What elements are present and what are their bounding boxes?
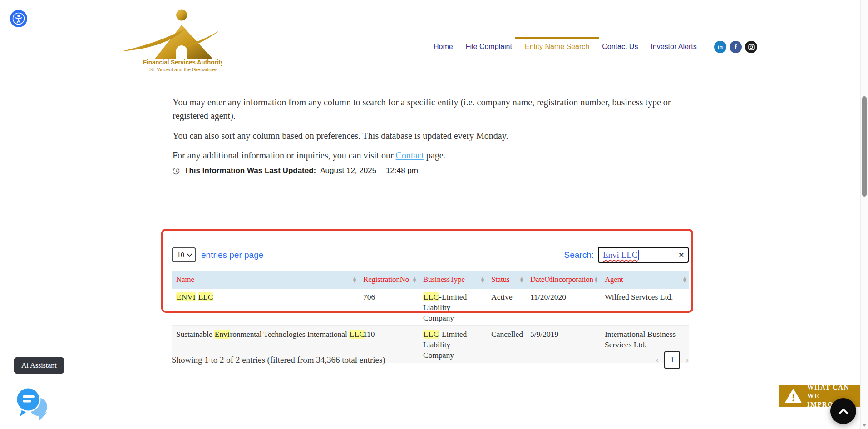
sort-desc-icon: ▼: [595, 280, 597, 283]
search-input[interactable]: Envi LLC ✕: [598, 247, 689, 263]
intro-paragraph-2: You can also sort any column based on pr…: [173, 129, 683, 143]
cell-agent: Wilfred Services Ltd.: [600, 289, 689, 326]
search-highlight: LLC: [423, 330, 439, 339]
column-label: Status: [491, 275, 509, 284]
column-label: DateOfIncorporation: [530, 275, 593, 284]
scrollbar-thumb[interactable]: [862, 96, 867, 197]
logo-title: Financial Services Authority: [143, 59, 222, 66]
sort-icons: ▲▼: [683, 276, 686, 283]
contact-link[interactable]: Contact: [396, 150, 424, 160]
nav-item-home[interactable]: Home: [434, 43, 453, 51]
column-label: RegistrationNo: [363, 275, 409, 284]
column-header-name[interactable]: Name▲▼: [172, 271, 359, 289]
cell-name: ENVI LLC: [172, 289, 359, 326]
search-highlight: LLC: [198, 292, 214, 301]
intro-paragraph-1: You may enter any information from any c…: [173, 95, 683, 123]
intro-paragraph-3-text: For any additional information or inquir…: [173, 150, 396, 160]
table-header-row: Name▲▼ RegistrationNo▲▼ BusinessType▲▼ S…: [172, 271, 689, 289]
search-highlight: Envi: [214, 330, 230, 339]
column-header-registrationno[interactable]: RegistrationNo▲▼: [359, 271, 419, 289]
sort-desc-icon: ▼: [481, 280, 484, 283]
sort-desc-icon: ▼: [353, 280, 356, 283]
column-label: Name: [176, 275, 194, 284]
entries-per-page-value: 10: [177, 251, 184, 259]
table-row: ENVI LLC 706 LLC-Limited Liability Compa…: [172, 289, 689, 326]
search-area: Search: Envi LLC ✕: [564, 247, 689, 263]
pagination-prev-icon[interactable]: ‹: [656, 355, 659, 365]
facebook-icon[interactable]: f: [730, 41, 742, 53]
cell-status: Active: [487, 289, 526, 326]
sort-desc-icon: ▼: [413, 280, 416, 283]
intro-paragraph-3: For any additional information or inquir…: [173, 148, 683, 162]
warning-triangle-icon: [785, 389, 802, 404]
name-text: ronmental Technologies International: [230, 330, 350, 339]
pagination: ‹ 1 ›: [656, 351, 689, 369]
history-clock-icon: [172, 167, 180, 175]
social-links: in f: [714, 41, 757, 53]
chevron-up-icon: [838, 408, 848, 414]
entries-summary: Showing 1 to 2 of 2 entries (filtered fr…: [172, 355, 385, 365]
name-text: Sustainable: [176, 330, 214, 339]
site-header: Financial Services Authority St. Vincent…: [0, 0, 868, 94]
last-updated-time: 12:48 pm: [386, 166, 418, 175]
entries-per-page-select[interactable]: 10: [172, 247, 196, 262]
ai-assistant-chat-button[interactable]: [12, 380, 50, 420]
chat-bubbles-icon: [12, 380, 50, 420]
nav-item-investor-alerts[interactable]: Investor Alerts: [651, 43, 696, 51]
sort-desc-icon: ▼: [683, 280, 686, 283]
sort-icons: ▲▼: [353, 276, 356, 283]
sort-icons: ▲▼: [520, 276, 523, 283]
nav-item-entity-name-search[interactable]: Entity Name Search: [525, 43, 589, 51]
table-controls: 10 entries per page Search: Envi LLC ✕: [172, 247, 689, 263]
search-input-value: Envi LLC: [603, 250, 638, 260]
search-highlight: LLC: [349, 330, 365, 339]
column-header-businesstype[interactable]: BusinessType▲▼: [419, 271, 487, 289]
cell-registrationno: 706: [359, 289, 419, 326]
accessibility-button[interactable]: [10, 10, 27, 27]
search-highlight: LLC: [423, 292, 439, 301]
chevron-down-icon: [187, 251, 192, 257]
clear-search-icon[interactable]: ✕: [678, 251, 684, 259]
feedback-line-1: WHAT CAN: [807, 383, 861, 392]
scrollbar-track[interactable]: [860, 0, 868, 429]
sort-desc-icon: ▼: [520, 280, 523, 283]
intro-paragraph-3-tail: page.: [424, 150, 446, 160]
column-label: BusinessType: [423, 275, 465, 284]
last-updated-date: August 12, 2025: [320, 166, 376, 175]
main-nav: Home File Complaint Entity Name Search C…: [434, 43, 697, 51]
sort-icons: ▲▼: [413, 276, 416, 283]
entries-per-page-label: entries per page: [201, 250, 263, 260]
linkedin-icon[interactable]: in: [714, 41, 726, 53]
entity-table: Name▲▼ RegistrationNo▲▼ BusinessType▲▼ S…: [172, 271, 689, 363]
pagination-next-icon[interactable]: ›: [686, 355, 689, 365]
table-footer: Showing 1 to 2 of 2 entries (filtered fr…: [172, 351, 689, 369]
column-header-status[interactable]: Status▲▼: [487, 271, 526, 289]
cell-dateofincorporation: 11/20/2020: [526, 289, 600, 326]
scroll-to-top-button[interactable]: [830, 398, 856, 424]
instagram-icon[interactable]: [745, 41, 757, 53]
column-label: Agent: [605, 275, 623, 284]
nav-item-contact-us[interactable]: Contact Us: [602, 43, 638, 51]
page: You may enter any information from any c…: [0, 0, 868, 429]
column-header-agent[interactable]: Agent▲▼: [600, 271, 689, 289]
ai-assistant-tooltip: Ai Assistant: [14, 357, 64, 374]
pagination-page-1[interactable]: 1: [664, 351, 680, 369]
cell-businesstype: LLC-Limited Liability Company: [419, 289, 487, 326]
logo-subtitle: St. Vincent and the Grenadines: [149, 67, 217, 72]
search-label: Search:: [564, 250, 594, 260]
sort-icons: ▲▼: [481, 276, 484, 283]
scrollbar-down-arrow-icon[interactable]: [863, 424, 866, 427]
text-caret: [638, 250, 639, 260]
nav-item-file-complaint[interactable]: File Complaint: [466, 43, 512, 51]
column-header-dateofincorporation[interactable]: DateOfIncorporation▲▼: [526, 271, 600, 289]
sort-icons: ▲▼: [595, 276, 597, 283]
last-updated-label: This Information Was Last Updated:: [184, 166, 316, 175]
accessibility-person-icon: [10, 10, 27, 27]
last-updated-row: This Information Was Last Updated: Augus…: [172, 166, 418, 175]
search-highlight: ENVI: [176, 292, 196, 301]
fsa-logo[interactable]: Financial Services Authority St. Vincent…: [118, 4, 222, 74]
